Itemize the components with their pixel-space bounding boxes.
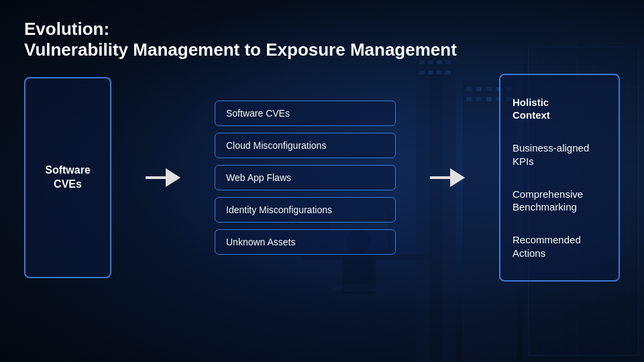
title-line1: Evolution: <box>24 19 620 40</box>
right-box: HolisticContext Business-alignedKPIs Com… <box>499 74 620 282</box>
arrow-shape-2 <box>430 168 465 187</box>
title-line2: Vulnerability Management to Exposure Man… <box>24 40 620 60</box>
mid-box-unknown-assets: Unknown Assets <box>215 229 396 255</box>
mid-box-identity-misconfigurations: Identity Misconfigurations <box>215 197 396 223</box>
diagram: SoftwareCVEs Software CVEs Cloud Misconf… <box>24 74 620 282</box>
right-item-business-kpis: Business-alignedKPIs <box>513 141 606 168</box>
arrow-shaft-1 <box>146 176 166 179</box>
mid-box-software-cves: Software CVEs <box>215 101 396 126</box>
arrow-shaft-2 <box>430 176 450 179</box>
right-item-benchmarking: ComprehensiveBenchmarking <box>513 188 606 214</box>
left-box-label: SoftwareCVEs <box>45 164 91 192</box>
mid-box-cloud-misconfigurations: Cloud Misconfigurations <box>215 133 396 158</box>
right-item-holistic-context: HolisticContext <box>513 96 606 122</box>
arrow-1 <box>143 168 183 187</box>
arrow-2 <box>427 168 468 187</box>
left-box-software-cves: SoftwareCVEs <box>24 77 111 278</box>
arrow-shape-1 <box>146 168 180 187</box>
title-block: Evolution: Vulnerability Management to E… <box>24 19 620 60</box>
arrow-head-1 <box>166 168 180 187</box>
mid-box-web-app-flaws: Web App Flaws <box>215 165 396 190</box>
right-item-recommended-actions: RecommendedActions <box>513 233 606 259</box>
middle-boxes: Software CVEs Cloud Misconfigurations We… <box>215 101 396 255</box>
main-content: Evolution: Vulnerability Management to E… <box>0 0 644 362</box>
arrow-head-2 <box>450 168 465 187</box>
